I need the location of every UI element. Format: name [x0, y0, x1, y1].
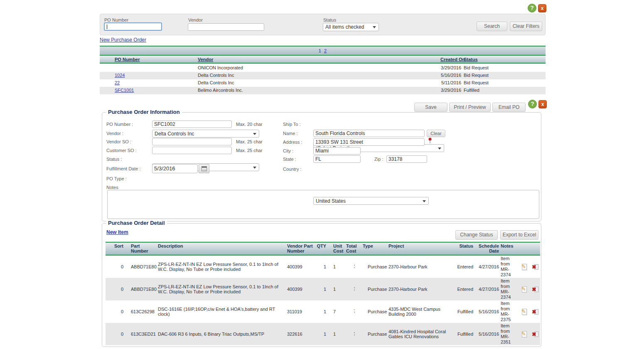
qty-cell: 1	[316, 287, 327, 292]
zip-field[interactable]: 33178	[386, 155, 427, 163]
table-row: 0 613C26298 DSC-1616E (16IP,16OP,c/w Ene…	[106, 300, 540, 323]
vendor-part-cell: 400399	[284, 264, 316, 269]
vendor-filter-input[interactable]	[188, 23, 264, 31]
vendor-part-cell: 311019	[284, 309, 316, 314]
ship-to-label: Ship To :	[283, 122, 301, 127]
part-cell: 613C3ED21	[128, 332, 155, 337]
new-purchase-order-link[interactable]: New Purchase Order	[100, 37, 146, 43]
vendor-so-hint: Max. 25 char	[236, 139, 263, 144]
po-number-field[interactable]: SFC1002	[152, 120, 232, 128]
email-po-button[interactable]: Email PO	[492, 103, 526, 112]
notes-cell: Item from MR-2374	[500, 256, 519, 278]
type-cell: Purchase	[359, 309, 383, 314]
customer-so-field[interactable]	[152, 147, 232, 154]
new-item-link[interactable]: New Item	[106, 229, 128, 235]
section-legend: Purchase Order Detail	[106, 220, 167, 226]
fulfillment-date-field[interactable]: 5/3/2016	[152, 164, 198, 173]
delete-item-icon[interactable]	[534, 287, 538, 292]
clear-button[interactable]: Clear	[427, 130, 445, 137]
schedule-date-cell: 5/16/2016	[475, 332, 500, 337]
close-icon[interactable]: x	[538, 100, 547, 108]
purchase-order-app: ? x PO Number Vendor Status All items ch…	[99, 0, 547, 349]
sort-cell: 0	[106, 264, 128, 269]
customer-so-hint: Max. 25 char	[236, 148, 263, 153]
po-number-link[interactable]: 22	[115, 80, 120, 85]
description-cell: DAC-606 R3 6 Inputs, 6 Binary Triac Outp…	[155, 332, 284, 337]
col-status: Status	[450, 243, 475, 248]
qty-cell: 1	[316, 309, 327, 314]
delete-item-icon[interactable]	[534, 264, 538, 270]
table-row: ONICON Incorporated 3/29/2016 Bid Reques…	[100, 64, 546, 72]
address-field[interactable]: 13393 SW 131 Street	[313, 138, 425, 146]
vendor-filter-label: Vendor	[188, 17, 203, 22]
help-icon[interactable]: ?	[528, 4, 536, 12]
status-cell: Entered	[450, 287, 475, 292]
state-field[interactable]: FL	[313, 155, 361, 163]
ship-name-field[interactable]: South Florida Controls	[313, 130, 425, 137]
table-row: 0 ABBD71E80 ZPS-LR-EZ-NT-IN EZ Low Press…	[106, 256, 540, 278]
pagination-bar: 1 2	[100, 46, 546, 55]
calendar-icon	[202, 166, 207, 171]
project-cell: 4335-MDC West Campus Building 2000	[383, 307, 450, 317]
print-preview-button[interactable]: Print / Preview	[449, 103, 491, 112]
chevron-down-icon	[253, 167, 256, 169]
edit-item-icon[interactable]	[522, 286, 527, 292]
edit-item-icon[interactable]	[522, 309, 527, 315]
col-po-number[interactable]: PO Number	[115, 57, 140, 62]
search-button[interactable]: Search	[477, 22, 507, 31]
calendar-button[interactable]	[199, 164, 209, 173]
vendor-select[interactable]: Delta Controls Inc	[152, 130, 259, 138]
col-vendor[interactable]: Vendor	[198, 57, 213, 62]
address-label: Address :	[283, 140, 302, 145]
edit-item-icon[interactable]	[522, 264, 527, 270]
part-cell: ABBD71E80	[128, 264, 155, 269]
po-list-header: PO Number Vendor Created On Status	[100, 55, 546, 64]
fulfillment-date-label: Fulfillment Date :	[106, 166, 141, 171]
po-number-link[interactable]: SFC1001	[115, 88, 134, 93]
po-number-hint: Max. 20 char	[236, 122, 263, 127]
page-2-link[interactable]: 2	[324, 48, 327, 53]
vendor-label: Vendor :	[106, 131, 123, 136]
help-icon[interactable]: ?	[528, 100, 537, 108]
po-type-label: PO Type :	[106, 176, 127, 181]
status-filter-label: Status	[323, 17, 336, 22]
qty-cell: 1	[316, 332, 327, 337]
po-number-filter-input[interactable]	[104, 22, 162, 31]
table-row: 1024 Delta Controls Inc 5/16/2016 Bid Re…	[100, 72, 546, 79]
close-icon[interactable]: x	[538, 4, 546, 12]
col-project: Project	[383, 243, 450, 248]
page-1-current[interactable]: 1	[319, 48, 321, 53]
notes-cell: Item from MR-2375	[500, 301, 519, 322]
country-select[interactable]: United States	[313, 197, 429, 205]
col-part-number: Part Number	[128, 243, 155, 253]
vendor-cell: ONICON Incorporated	[198, 65, 243, 70]
delete-item-icon[interactable]	[534, 332, 538, 337]
edit-item-icon[interactable]	[522, 331, 527, 337]
vendor-so-field[interactable]	[152, 138, 232, 145]
unit-cost-cell: 1	[327, 264, 346, 269]
project-cell: 2370-Harbour Park	[383, 264, 450, 269]
table-row: 22 Delta Controls Inc 5/11/2016 Bid Requ…	[100, 79, 546, 87]
col-status[interactable]: Status	[464, 57, 478, 62]
delete-item-icon[interactable]	[534, 309, 538, 315]
customer-so-label: Customer SO :	[106, 148, 137, 153]
export-to-excel-button[interactable]: Export to Excel	[500, 230, 538, 240]
po-number-link[interactable]: 1024	[115, 73, 125, 78]
col-sort: Sort	[106, 243, 128, 248]
clear-filters-button[interactable]: Clear Filters	[510, 22, 542, 31]
qty-cell: 1	[316, 264, 327, 269]
type-cell: Purchase	[359, 264, 383, 269]
change-status-button[interactable]: Change Status	[455, 230, 498, 240]
notes-label: Notes	[106, 185, 118, 190]
created-on-cell: 5/16/2016	[415, 73, 461, 78]
status-filter-select[interactable]: All items checked	[323, 23, 379, 31]
city-field[interactable]: Miami	[313, 147, 361, 155]
save-button[interactable]: Save	[414, 103, 447, 112]
section-legend: Purchase Order Information	[106, 109, 182, 115]
type-cell: Purchase	[359, 332, 383, 337]
col-created-on[interactable]: Created On	[440, 57, 465, 62]
vendor-part-cell: 322616	[284, 332, 316, 337]
map-pin-icon[interactable]	[428, 138, 433, 145]
total-cost-cell: 7	[346, 309, 359, 315]
sort-cell: 0	[106, 287, 128, 292]
